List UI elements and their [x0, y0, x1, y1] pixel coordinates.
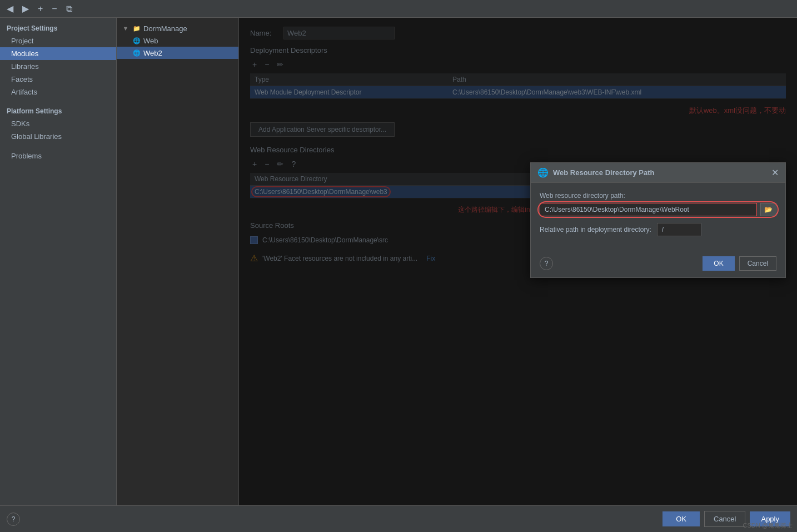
sidebar-item-project[interactable]: Project	[0, 34, 116, 47]
modal-browse-btn[interactable]: 📂	[760, 203, 776, 216]
tree-item-dormmanage[interactable]: ▼ 📁 DormManage	[117, 22, 238, 34]
modal-close-btn[interactable]: ✕	[771, 167, 779, 178]
sidebar-item-global-libraries[interactable]: Global Libraries	[0, 130, 116, 143]
tree-item-web[interactable]: 🌐 Web	[117, 34, 238, 47]
modal-title: Web Resource Directory Path	[553, 168, 655, 177]
modal-ok-btn[interactable]: OK	[703, 256, 734, 271]
modal-rel-row: Relative path in deployment directory:	[540, 223, 776, 236]
copy-toolbar-button[interactable]: ⧉	[64, 3, 74, 15]
modal-body: Web resource directory path: 📂 Relative …	[531, 183, 785, 252]
sidebar-item-libraries[interactable]: Libraries	[0, 60, 116, 73]
help-btn[interactable]: ?	[7, 513, 20, 526]
add-toolbar-button[interactable]: +	[36, 3, 45, 15]
watermark: CSDN @鬼鬼骑士	[743, 521, 793, 530]
modal-dialog: 🌐 Web Resource Directory Path ✕ Web reso…	[530, 162, 786, 278]
tree-panel: ▼ 📁 DormManage 🌐 Web 🌐 Web2	[117, 18, 239, 505]
modal-overlay: 🌐 Web Resource Directory Path ✕ Web reso…	[239, 18, 797, 505]
project-settings-label: Project Settings	[0, 22, 116, 34]
bottom-left: ?	[7, 513, 20, 526]
sidebar-item-artifacts[interactable]: Artifacts	[0, 86, 116, 98]
main-cancel-btn[interactable]: Cancel	[704, 511, 745, 527]
main-ok-btn[interactable]: OK	[662, 511, 700, 526]
content-area: Name: Deployment Descriptors + − ✏ Type …	[239, 18, 797, 505]
top-toolbar: ◀ ▶ + − ⧉	[0, 0, 797, 18]
modal-footer: ? OK Cancel	[531, 252, 785, 277]
back-button[interactable]: ◀	[4, 2, 16, 15]
tree-item-web2[interactable]: 🌐 Web2	[117, 47, 238, 59]
folder-icon: ▼	[121, 24, 130, 33]
modal-rel-label: Relative path in deployment directory:	[540, 226, 651, 233]
modal-help-btn[interactable]: ?	[540, 257, 553, 270]
modal-cancel-btn[interactable]: Cancel	[739, 256, 776, 271]
modal-rel-input[interactable]	[657, 223, 701, 236]
sidebar-item-modules[interactable]: Modules	[0, 47, 116, 60]
modal-actions: OK Cancel	[703, 256, 776, 271]
main-layout: Project Settings Project Modules Librari…	[0, 18, 797, 505]
sidebar: Project Settings Project Modules Librari…	[0, 18, 117, 505]
web-module-icon: 🌐	[132, 36, 141, 45]
modal-path-row: 📂	[540, 203, 776, 216]
web-resource-label: Web resource directory path:	[540, 192, 776, 200]
sidebar-item-sdks[interactable]: SDKs	[0, 117, 116, 130]
web2-module-icon: 🌐	[132, 48, 141, 57]
bottom-bar: ? OK Cancel Apply	[0, 505, 797, 532]
sidebar-item-facets[interactable]: Facets	[0, 73, 116, 86]
modal-header: 🌐 Web Resource Directory Path ✕	[531, 163, 785, 183]
modal-title-row: 🌐 Web Resource Directory Path	[537, 167, 655, 178]
modal-path-input[interactable]	[540, 203, 757, 216]
sidebar-item-problems[interactable]: Problems	[0, 150, 116, 162]
modal-icon: 🌐	[537, 167, 549, 178]
platform-settings-label: Platform Settings	[0, 105, 116, 117]
project-icon: 📁	[132, 24, 141, 33]
forward-button[interactable]: ▶	[20, 2, 31, 15]
remove-toolbar-button[interactable]: −	[49, 3, 59, 15]
